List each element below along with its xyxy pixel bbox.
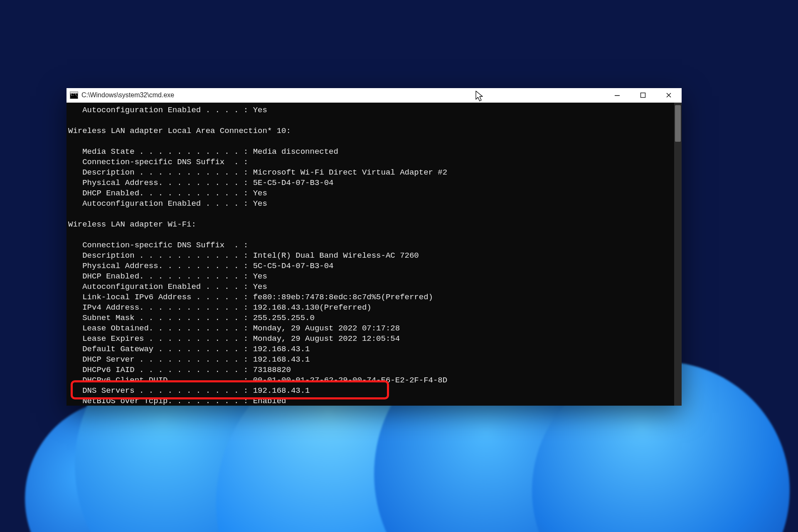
terminal-output[interactable]: Autoconfiguration Enabled . . . . : Yes … [66, 103, 682, 406]
window-controls [604, 88, 682, 102]
svg-rect-1 [641, 93, 645, 98]
close-button[interactable] [656, 88, 682, 102]
cmd-window: C:\Windows\system32\cmd.exe Autoconfigur… [66, 88, 682, 406]
cmd-icon [70, 91, 78, 99]
svg-rect-0 [615, 95, 620, 96]
window-title: C:\Windows\system32\cmd.exe [81, 91, 174, 99]
terminal-text: Autoconfiguration Enabled . . . . : Yes … [66, 103, 682, 406]
minimize-button[interactable] [604, 88, 630, 102]
titlebar[interactable]: C:\Windows\system32\cmd.exe [66, 88, 682, 103]
scrollbar[interactable] [674, 103, 682, 406]
desktop-background: C:\Windows\system32\cmd.exe Autoconfigur… [0, 0, 798, 532]
maximize-button[interactable] [630, 88, 656, 102]
close-icon [666, 92, 672, 98]
minimize-icon [614, 92, 620, 98]
maximize-icon [640, 92, 646, 98]
scrollbar-thumb[interactable] [675, 105, 681, 142]
